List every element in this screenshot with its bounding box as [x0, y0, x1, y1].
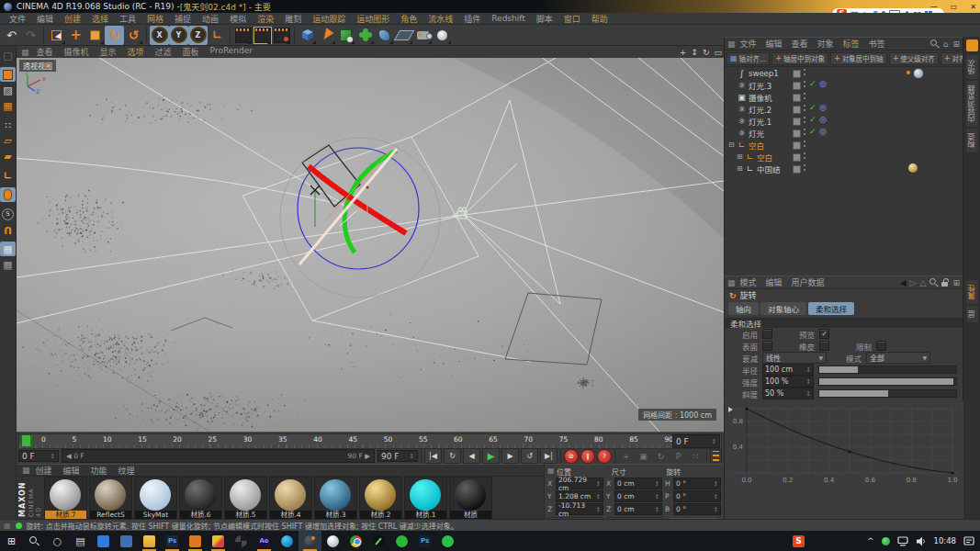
- rotation-input[interactable]: 0 °↕: [673, 503, 721, 515]
- snap-toggle-button[interactable]: S: [0, 207, 16, 221]
- taskbar-app[interactable]: [321, 531, 344, 551]
- checkbox[interactable]: ✓: [762, 341, 772, 351]
- sun-light-icon[interactable]: [578, 377, 589, 388]
- record-button[interactable]: ‖: [580, 449, 595, 464]
- menu-item[interactable]: 网格: [141, 13, 169, 25]
- align-command-button[interactable]: + 对象居中到轴: [830, 52, 887, 65]
- viewport-menu-item[interactable]: 显示: [95, 46, 122, 58]
- object-name[interactable]: 灯光.2: [749, 104, 772, 115]
- menu-item[interactable]: 编辑: [31, 13, 59, 25]
- target-tag-icon[interactable]: ◎: [819, 103, 827, 112]
- points-mode-button[interactable]: ∷: [0, 118, 16, 132]
- transport-button[interactable]: |◀: [424, 448, 442, 464]
- layer-chip[interactable]: [793, 141, 801, 150]
- menu-item[interactable]: 流水线: [422, 13, 458, 25]
- viewport-menu-item[interactable]: 查看: [31, 46, 59, 58]
- rotate-tool[interactable]: ↻: [105, 26, 124, 45]
- attr-menu-item[interactable]: 编辑: [761, 276, 787, 288]
- position-input[interactable]: 206.729 cm↕: [556, 478, 603, 489]
- transport-button[interactable]: ▶: [501, 448, 519, 464]
- tray-expand-icon[interactable]: ^: [867, 536, 874, 545]
- taskbar-app[interactable]: [276, 531, 299, 551]
- material-swatch[interactable]: 材质.5: [224, 477, 267, 521]
- value-input[interactable]: 50 %↕: [762, 388, 814, 399]
- material-menu-item[interactable]: 创建: [30, 465, 58, 477]
- object-name[interactable]: 中国结: [757, 163, 781, 174]
- coordinate-system-toggle[interactable]: ∟: [208, 26, 227, 45]
- visibility-dots[interactable]: [804, 164, 805, 166]
- panel-icon[interactable]: ▦: [727, 278, 736, 287]
- om-menu-item[interactable]: 文件: [736, 38, 761, 50]
- size-input[interactable]: 0 cm↕: [614, 478, 662, 489]
- checkbox[interactable]: ✓: [819, 341, 829, 351]
- material-menu-item[interactable]: 编辑: [58, 465, 85, 477]
- layer-chip[interactable]: [793, 70, 801, 78]
- object-name[interactable]: 空白: [749, 140, 764, 151]
- workplane-snap-button[interactable]: ▦: [0, 242, 16, 256]
- move-tool[interactable]: +: [66, 26, 85, 45]
- taskbar-app[interactable]: Ps: [161, 531, 184, 551]
- rotation-input[interactable]: 0 °↕: [673, 478, 721, 489]
- taskbar-app[interactable]: Ps: [413, 531, 436, 551]
- gizmo-axis-line[interactable]: [299, 149, 397, 264]
- layer-chip[interactable]: [793, 165, 801, 174]
- object-name[interactable]: 摄像机: [749, 92, 772, 103]
- edges-mode-button[interactable]: ▱: [0, 133, 16, 148]
- keying-toggle[interactable]: +: [618, 449, 634, 463]
- om-menu-item[interactable]: 标签: [839, 38, 864, 50]
- add-deformer-button[interactable]: [375, 26, 394, 45]
- add-spline-button[interactable]: [317, 26, 336, 45]
- frame-range-slider[interactable]: ◀ 0 F 90 F ▶: [62, 449, 375, 463]
- align-command-button[interactable]: + 使父级对齐: [889, 52, 939, 65]
- taskbar-app[interactable]: ⊞: [0, 531, 23, 551]
- layer-chip[interactable]: [793, 82, 801, 90]
- maximize-button[interactable]: ▭: [951, 3, 958, 11]
- history-back-icon[interactable]: ◀: [900, 278, 907, 287]
- viewport-control-icon[interactable]: ▭: [714, 48, 722, 57]
- keying-toggle[interactable]: ▣: [636, 449, 651, 463]
- enabled-check-icon[interactable]: ✓: [809, 115, 817, 124]
- menu-item[interactable]: 角色: [395, 13, 422, 25]
- object-row[interactable]: ☼ 灯光.1 ✓ ◎: [725, 115, 963, 127]
- menu-item[interactable]: 窗口: [558, 13, 586, 25]
- view-label[interactable]: 透视视图: [19, 60, 56, 72]
- menu-item[interactable]: 插件: [458, 13, 486, 25]
- dock-tab[interactable]: 属性: [966, 280, 978, 304]
- make-editable-button[interactable]: ▢: [0, 48, 16, 62]
- perspective-viewport[interactable]: ▦ 查看摄像机显示选项过滤面板ProRender +↕↻▭ 透视视图 X Y Z…: [17, 46, 724, 432]
- lock-icon[interactable]: [941, 278, 949, 287]
- expander-icon[interactable]: ⊞: [737, 164, 745, 173]
- material-menu-item[interactable]: 纹理: [113, 465, 141, 477]
- menu-item[interactable]: 选择: [86, 13, 114, 25]
- material-swatch[interactable]: 材质: [449, 477, 492, 521]
- menu-item[interactable]: Redshift: [486, 14, 531, 23]
- object-row[interactable]: ⊞ ∟ 空白 ✓ ◎: [725, 151, 963, 163]
- value-input[interactable]: 100 cm↕: [762, 364, 814, 376]
- material-swatch[interactable]: 材质.2: [359, 477, 402, 521]
- render-settings-button[interactable]: [253, 26, 272, 45]
- attr-menu-item[interactable]: 用户数据: [787, 276, 829, 288]
- taskbar-app[interactable]: [436, 531, 459, 551]
- material-swatch[interactable]: ReflectS: [89, 477, 132, 521]
- transport-button[interactable]: ▶: [482, 448, 500, 464]
- taskbar-app[interactable]: [344, 531, 367, 551]
- search-icon[interactable]: [930, 39, 939, 48]
- volume-icon[interactable]: [916, 536, 927, 546]
- menu-item[interactable]: 动画: [197, 13, 224, 25]
- slider-track[interactable]: [818, 389, 957, 398]
- size-input[interactable]: 0 cm↕: [614, 490, 662, 502]
- object-row[interactable]: ☼ 灯光.3 ✓ ◎: [725, 79, 963, 91]
- taskbar-app[interactable]: [184, 531, 207, 551]
- dock-tab[interactable]: 构造: [966, 129, 978, 152]
- keying-toggle[interactable]: P: [670, 449, 686, 463]
- menu-item[interactable]: 创建: [59, 13, 86, 25]
- taskbar-app[interactable]: [207, 531, 230, 551]
- taskbar-app[interactable]: [299, 531, 321, 551]
- current-frame-box[interactable]: 0 F↕: [672, 434, 720, 448]
- layer-chip[interactable]: [793, 94, 801, 102]
- viewport-control-icon[interactable]: ↻: [703, 48, 710, 57]
- z-axis-lock-toggle[interactable]: Z: [188, 26, 208, 45]
- x-axis-lock-toggle[interactable]: X: [150, 26, 169, 45]
- magnet-tool-button[interactable]: U: [0, 222, 16, 237]
- render-queue-button[interactable]: [272, 26, 291, 45]
